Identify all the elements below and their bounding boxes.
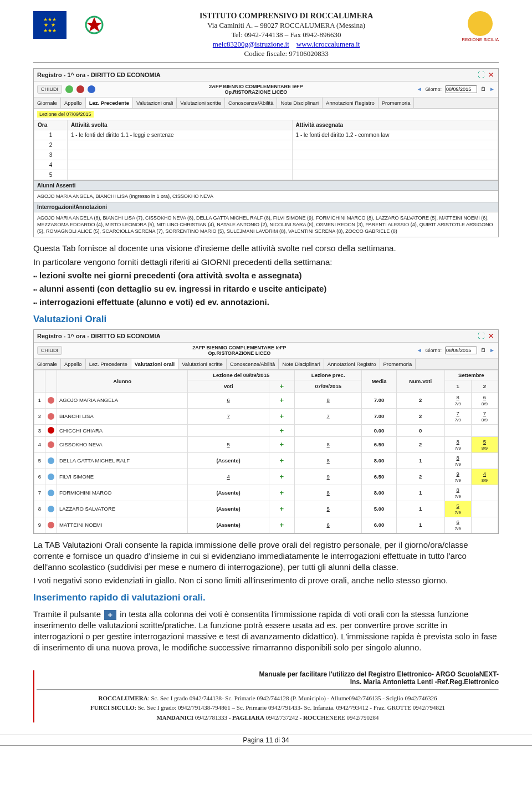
bullet-item: interrogazioni effettuate (alunno e voti… [39, 297, 269, 307]
close-button[interactable]: CHIUDI [37, 85, 62, 94]
col-month: Settembre [444, 370, 498, 380]
tab-giornale[interactable]: Giornale [34, 98, 61, 108]
window-title: Registro - 1^ ora - DIRITTO ED ECONOMIA [37, 72, 477, 78]
tab-annotazioni-registro[interactable]: Annotazioni Registro [323, 98, 378, 108]
table-row: 5 [34, 170, 498, 180]
arrow-left-icon[interactable]: ◄ [417, 86, 422, 92]
interrog-section-title: Interrogazioni/Annotazioni [34, 202, 498, 212]
date-input[interactable] [445, 347, 477, 354]
add-grade-icon[interactable]: + [280, 412, 284, 420]
tab-lez-precedente[interactable]: Lez. Precedente [86, 98, 133, 108]
screenshot-grades: Registro - 1^ ora - DIRITTO ED ECONOMIA … [33, 329, 499, 534]
add-grade-icon[interactable]: + [280, 505, 284, 513]
body-paragraph: Questa Tab fornisce al docente una visio… [33, 243, 499, 254]
add-grade-button[interactable]: + [269, 380, 294, 392]
add-grade-icon[interactable]: + [280, 426, 284, 435]
close-icon[interactable]: ✕ [487, 71, 495, 79]
arrow-right-icon[interactable]: ► [489, 347, 495, 353]
class-subtitle: 2AFP BIENNIO COMPLEMENTARE IeFP Op.RISTO… [65, 345, 413, 356]
table-row: 5DELLA GATTA MICHEL RALF(Assente)+88.001… [34, 452, 498, 469]
absent-section-title: Alunni Assenti [34, 180, 498, 191]
manual-author: Ins. Maria Antonietta Lenti -Ref.Reg.Ele… [350, 678, 499, 686]
lesson-table: Ora Attività svolta Attività assegnata 1… [34, 120, 498, 180]
tab-appello[interactable]: Appello [61, 98, 86, 108]
tab-valutazioni-scritte[interactable]: Valutazioni scritte [177, 98, 225, 108]
arrow-left-icon[interactable]: ◄ [417, 347, 422, 353]
interrog-section-body: AGOJO MARIA ANGELA (8), BIANCHI LISA (7)… [34, 212, 498, 237]
lesson-date-badge: Lezione del 07/09/2015 [37, 111, 94, 118]
add-grade-icon[interactable]: + [280, 440, 284, 449]
table-row: 4 [34, 160, 498, 170]
italy-emblem-icon [78, 11, 111, 39]
tab-valutazioni-scritte[interactable]: Valutazioni scritte [178, 359, 227, 369]
add-grade-icon[interactable]: + [280, 488, 284, 497]
expand-icon[interactable]: ⛶ [477, 71, 485, 79]
tab-promemoria[interactable]: Promemoria [380, 359, 416, 369]
text-fragment: Tramite il pulsante [33, 609, 103, 619]
add-grade-icon[interactable]: + [280, 396, 284, 404]
tab-giornale[interactable]: Giornale [34, 359, 61, 369]
bullet-item: lezioni svolte nei giorni precedenti (or… [39, 271, 301, 280]
tab-lez-precedente[interactable]: Lez. Precedente [86, 359, 131, 369]
body-paragraph: Tramite il pulsante in testa alla colonn… [33, 609, 499, 654]
arrow-right-icon[interactable]: ► [489, 86, 495, 92]
tab-promemoria[interactable]: Promemoria [378, 98, 415, 108]
expand-icon[interactable]: ⛶ [477, 332, 485, 340]
sicily-logo: REGIONE SICILIA [462, 11, 499, 42]
col-prev: Lezione prec. [295, 370, 362, 380]
table-row: 3CHICCHI CHIARA+0.000 [34, 424, 498, 436]
tab-appello[interactable]: Appello [61, 359, 86, 369]
table-row: 3 [34, 150, 498, 160]
add-grade-icon[interactable]: + [280, 456, 284, 465]
add-grade-button-icon [104, 610, 116, 620]
tab-valutazioni-orali[interactable]: Valutazioni orali [133, 98, 177, 108]
giorno-label: Giorno: [426, 348, 442, 353]
col-svolta: Attività svolta [68, 120, 293, 130]
tab-conoscenze-abilit-[interactable]: Conoscenze/Abilità [225, 98, 277, 108]
col-prev-date: 07/09/2015 [295, 380, 362, 392]
col-assegnata: Attività assegnata [292, 120, 498, 130]
body-paragraph: I voti negativi sono evidenziati in gial… [33, 575, 499, 586]
close-icon[interactable]: ✕ [487, 332, 495, 340]
region-label: REGIONE SICILIA [462, 37, 499, 42]
col-m2: 2 [471, 380, 498, 392]
table-row: 7FORMICHINI MARCO(Assente)+88.00187/9 [34, 485, 498, 501]
status-dot-icon [88, 85, 95, 93]
bullet-item: alunni assenti (con dettaglio su ev. ing… [39, 284, 326, 293]
body-paragraph: La TAB Valutazioni Orali consente la rap… [33, 539, 499, 573]
school-phone: Tel: 0942-744138 – Fax 0942-896630 [232, 30, 341, 39]
page-number: Pagina 11 di 34 [0, 735, 532, 746]
manual-title: Manuale per facilitare l'utilizzo del Re… [259, 670, 499, 678]
calendar-icon[interactable]: 🗓 [480, 86, 486, 92]
tab-annotazioni-registro[interactable]: Annotazioni Registro [324, 359, 380, 369]
footer-line: : Sc. Sec I grado 0942/744138- Sc. Prima… [148, 695, 437, 701]
paragraph-block: La TAB Valutazioni Orali consente la rap… [33, 539, 499, 587]
calendar-icon[interactable]: 🗓 [480, 347, 486, 353]
class-subtitle: 2AFP BIENNIO COMPLEMENTARE IeFP Op.RISTO… [99, 84, 413, 95]
school-address: Via Caminiti A. – 98027 ROCCALUMERA (Mes… [207, 21, 365, 29]
paragraph-block: Tramite il pulsante in testa alla colonn… [33, 609, 499, 654]
tab-valutazioni-orali[interactable]: Valutazioni orali [131, 359, 178, 369]
school-web[interactable]: www.icroccalumera.it [296, 40, 360, 48]
letterhead: ★★★★ ★★★★ ISTITUTO COMPRENSIVO DI ROCCAL… [33, 11, 499, 59]
page-footer: Manuale per facilitare l'utilizzo del Re… [33, 670, 499, 723]
table-row: 11 - le fonti del diritto 1.1 - leggi e … [34, 130, 498, 140]
school-email[interactable]: meic83200g@istruzione.it [213, 40, 289, 48]
tab-conoscenze-abilit-[interactable]: Conoscenze/Abilità [227, 359, 279, 369]
school-cf: Codice fiscale: 97106020833 [244, 49, 328, 58]
table-row: 9MATTEINI NOEMI(Assente)+66.00167/9 [34, 517, 498, 533]
add-grade-icon[interactable]: + [280, 472, 284, 481]
giorno-label: Giorno: [426, 86, 442, 92]
table-row: 8LAZZARO SALVATORE(Assente)+55.00157/9 [34, 501, 498, 517]
tabs: GiornaleAppelloLez. PrecedenteValutazion… [34, 98, 498, 109]
grades-table: Alunno Lezione del 08/09/2015 Lezione pr… [34, 370, 498, 533]
footer-line: : Sc. Sec I grado: 0942/791438-794861 – … [135, 704, 445, 711]
date-input[interactable] [445, 85, 477, 93]
close-button[interactable]: CHIUDI [37, 346, 62, 355]
col-alunno: Alunno [57, 370, 188, 392]
tab-note-disciplinari[interactable]: Note Disciplinari [277, 98, 323, 108]
table-row: 1AGOJO MARIA ANGELA6+87.00287/968/9 [34, 392, 498, 408]
col-today: Lezione del 08/09/2015 [188, 370, 295, 380]
tab-note-disciplinari[interactable]: Note Disciplinari [279, 359, 324, 369]
add-grade-icon[interactable]: + [280, 521, 284, 529]
